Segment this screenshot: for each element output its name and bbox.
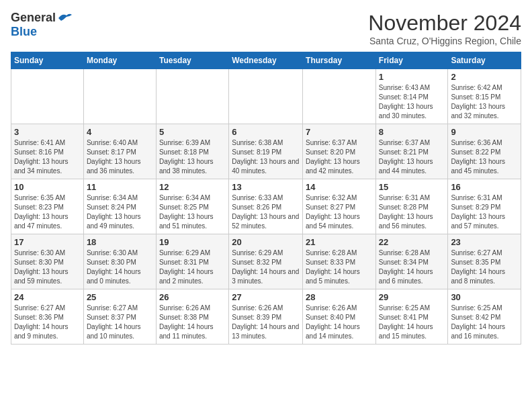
calendar-cell: 5Sunrise: 6:39 AM Sunset: 8:18 PM Daylig… — [156, 124, 228, 179]
day-info: Sunrise: 6:32 AM Sunset: 8:27 PM Dayligh… — [306, 193, 373, 231]
day-info: Sunrise: 6:34 AM Sunset: 8:24 PM Dayligh… — [87, 193, 153, 231]
day-info: Sunrise: 6:26 AM Sunset: 8:39 PM Dayligh… — [232, 304, 300, 341]
day-info: Sunrise: 6:28 AM Sunset: 8:34 PM Dayligh… — [379, 248, 445, 286]
calendar-cell: 15Sunrise: 6:31 AM Sunset: 8:28 PM Dayli… — [375, 179, 448, 234]
calendar-cell: 8Sunrise: 6:37 AM Sunset: 8:21 PM Daylig… — [375, 124, 448, 179]
calendar-cell: 9Sunrise: 6:36 AM Sunset: 8:22 PM Daylig… — [448, 124, 521, 179]
calendar-cell: 6Sunrise: 6:38 AM Sunset: 8:19 PM Daylig… — [229, 124, 303, 179]
day-number: 14 — [306, 182, 373, 192]
weekday-header: Saturday — [448, 52, 521, 69]
day-number: 13 — [232, 182, 300, 192]
calendar-cell: 28Sunrise: 6:26 AM Sunset: 8:40 PM Dayli… — [303, 289, 376, 345]
day-number: 8 — [379, 127, 445, 137]
calendar-cell: 14Sunrise: 6:32 AM Sunset: 8:27 PM Dayli… — [303, 179, 376, 234]
calendar-cell: 23Sunrise: 6:27 AM Sunset: 8:35 PM Dayli… — [448, 234, 521, 289]
day-info: Sunrise: 6:26 AM Sunset: 8:40 PM Dayligh… — [306, 304, 373, 341]
calendar-cell: 18Sunrise: 6:30 AM Sunset: 8:30 PM Dayli… — [83, 234, 156, 289]
day-info: Sunrise: 6:35 AM Sunset: 8:23 PM Dayligh… — [14, 193, 81, 231]
calendar-cell: 25Sunrise: 6:27 AM Sunset: 8:37 PM Dayli… — [83, 289, 156, 345]
day-number: 15 — [379, 182, 445, 192]
day-number: 28 — [306, 292, 373, 302]
weekday-header: Tuesday — [156, 52, 228, 69]
day-number: 10 — [14, 182, 81, 192]
calendar-cell — [83, 69, 156, 124]
day-info: Sunrise: 6:27 AM Sunset: 8:35 PM Dayligh… — [451, 248, 518, 286]
day-number: 5 — [159, 127, 226, 137]
day-number: 21 — [306, 237, 373, 247]
day-number: 1 — [379, 72, 445, 82]
day-number: 26 — [159, 292, 226, 302]
title-block: November 2024 Santa Cruz, O'Higgins Regi… — [368, 11, 521, 46]
page-header: General Blue November 2024 Santa Cruz, O… — [11, 11, 521, 46]
day-number: 18 — [87, 237, 153, 247]
day-number: 6 — [232, 127, 300, 137]
day-number: 22 — [379, 237, 445, 247]
day-info: Sunrise: 6:25 AM Sunset: 8:42 PM Dayligh… — [451, 304, 518, 341]
calendar-cell: 10Sunrise: 6:35 AM Sunset: 8:23 PM Dayli… — [11, 179, 84, 234]
calendar-cell: 21Sunrise: 6:28 AM Sunset: 8:33 PM Dayli… — [303, 234, 376, 289]
day-number: 3 — [14, 127, 81, 137]
calendar-cell: 11Sunrise: 6:34 AM Sunset: 8:24 PM Dayli… — [83, 179, 156, 234]
calendar-week-row: 3Sunrise: 6:41 AM Sunset: 8:16 PM Daylig… — [11, 124, 521, 179]
day-info: Sunrise: 6:30 AM Sunset: 8:30 PM Dayligh… — [14, 248, 81, 286]
day-number: 11 — [87, 182, 153, 192]
day-info: Sunrise: 6:25 AM Sunset: 8:41 PM Dayligh… — [379, 304, 445, 341]
calendar-cell: 16Sunrise: 6:31 AM Sunset: 8:29 PM Dayli… — [448, 179, 521, 234]
day-info: Sunrise: 6:26 AM Sunset: 8:38 PM Dayligh… — [159, 304, 226, 341]
calendar-cell: 4Sunrise: 6:40 AM Sunset: 8:17 PM Daylig… — [83, 124, 156, 179]
day-info: Sunrise: 6:36 AM Sunset: 8:22 PM Dayligh… — [451, 138, 518, 176]
day-number: 30 — [451, 292, 518, 302]
day-info: Sunrise: 6:41 AM Sunset: 8:16 PM Dayligh… — [14, 138, 81, 176]
calendar-cell: 20Sunrise: 6:29 AM Sunset: 8:32 PM Dayli… — [229, 234, 303, 289]
weekday-header: Thursday — [303, 52, 376, 69]
calendar-header: SundayMondayTuesdayWednesdayThursdayFrid… — [11, 52, 521, 69]
weekday-header: Friday — [375, 52, 448, 69]
day-info: Sunrise: 6:42 AM Sunset: 8:15 PM Dayligh… — [451, 83, 518, 121]
logo-blue-text: Blue — [11, 25, 37, 39]
day-info: Sunrise: 6:31 AM Sunset: 8:28 PM Dayligh… — [379, 193, 445, 231]
calendar-cell: 22Sunrise: 6:28 AM Sunset: 8:34 PM Dayli… — [375, 234, 448, 289]
calendar-cell: 17Sunrise: 6:30 AM Sunset: 8:30 PM Dayli… — [11, 234, 84, 289]
calendar-cell: 30Sunrise: 6:25 AM Sunset: 8:42 PM Dayli… — [448, 289, 521, 345]
calendar-cell — [11, 69, 84, 124]
calendar-cell: 1Sunrise: 6:43 AM Sunset: 8:14 PM Daylig… — [375, 69, 448, 124]
day-info: Sunrise: 6:30 AM Sunset: 8:30 PM Dayligh… — [87, 248, 153, 286]
day-info: Sunrise: 6:40 AM Sunset: 8:17 PM Dayligh… — [87, 138, 153, 176]
day-number: 29 — [379, 292, 445, 302]
weekday-header: Monday — [83, 52, 156, 69]
day-number: 20 — [232, 237, 300, 247]
day-info: Sunrise: 6:38 AM Sunset: 8:19 PM Dayligh… — [232, 138, 300, 176]
day-info: Sunrise: 6:37 AM Sunset: 8:20 PM Dayligh… — [306, 138, 373, 176]
day-number: 17 — [14, 237, 81, 247]
day-number: 25 — [87, 292, 153, 302]
calendar-week-row: 24Sunrise: 6:27 AM Sunset: 8:36 PM Dayli… — [11, 289, 521, 345]
calendar-cell: 19Sunrise: 6:29 AM Sunset: 8:31 PM Dayli… — [156, 234, 228, 289]
calendar-cell: 24Sunrise: 6:27 AM Sunset: 8:36 PM Dayli… — [11, 289, 84, 345]
day-number: 2 — [451, 72, 518, 82]
day-number: 7 — [306, 127, 373, 137]
calendar-week-row: 1Sunrise: 6:43 AM Sunset: 8:14 PM Daylig… — [11, 69, 521, 124]
day-number: 9 — [451, 127, 518, 137]
day-number: 24 — [14, 292, 81, 302]
calendar-cell: 26Sunrise: 6:26 AM Sunset: 8:38 PM Dayli… — [156, 289, 228, 345]
calendar-cell — [156, 69, 228, 124]
header-row: SundayMondayTuesdayWednesdayThursdayFrid… — [11, 52, 521, 69]
day-number: 27 — [232, 292, 300, 302]
calendar-cell: 13Sunrise: 6:33 AM Sunset: 8:26 PM Dayli… — [229, 179, 303, 234]
day-info: Sunrise: 6:33 AM Sunset: 8:26 PM Dayligh… — [232, 193, 300, 231]
weekday-header: Sunday — [11, 52, 84, 69]
day-number: 19 — [159, 237, 226, 247]
day-info: Sunrise: 6:43 AM Sunset: 8:14 PM Dayligh… — [379, 83, 445, 121]
day-info: Sunrise: 6:27 AM Sunset: 8:36 PM Dayligh… — [14, 304, 81, 341]
calendar-week-row: 10Sunrise: 6:35 AM Sunset: 8:23 PM Dayli… — [11, 179, 521, 234]
day-info: Sunrise: 6:39 AM Sunset: 8:18 PM Dayligh… — [159, 138, 226, 176]
month-year: November 2024 — [368, 11, 521, 36]
logo-bird-icon — [57, 11, 73, 25]
calendar-table: SundayMondayTuesdayWednesdayThursdayFrid… — [11, 52, 521, 345]
calendar-cell — [303, 69, 376, 124]
calendar-cell — [229, 69, 303, 124]
day-number: 4 — [87, 127, 153, 137]
calendar-cell: 2Sunrise: 6:42 AM Sunset: 8:15 PM Daylig… — [448, 69, 521, 124]
day-info: Sunrise: 6:31 AM Sunset: 8:29 PM Dayligh… — [451, 193, 518, 231]
day-info: Sunrise: 6:34 AM Sunset: 8:25 PM Dayligh… — [159, 193, 226, 231]
